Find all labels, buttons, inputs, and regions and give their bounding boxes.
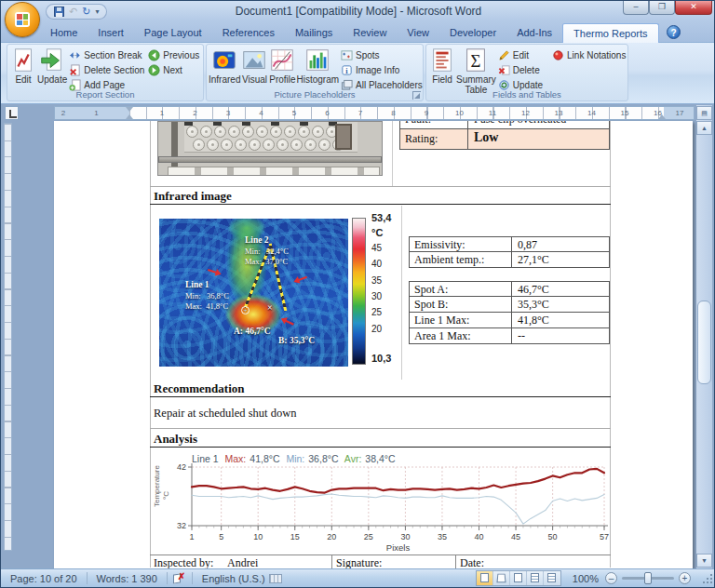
link-notations-button[interactable]: Link Notations [550, 47, 627, 62]
horizontal-ruler[interactable]: 211234567891011121314151617 [54, 106, 695, 120]
fuse-icon [228, 126, 240, 138]
previous-button[interactable]: Previous [146, 47, 201, 62]
tab-thermo-reports[interactable]: Thermo Reports [562, 23, 658, 43]
vertical-scrollbar[interactable]: ▤ ▲ ▼ [696, 105, 712, 568]
infrared-button[interactable]: Infrared [209, 46, 240, 86]
qat-dropdown-icon[interactable]: ▾ [95, 8, 99, 16]
office-button[interactable] [5, 2, 40, 37]
hanging-indent-marker[interactable] [126, 111, 133, 119]
zoom-in-button[interactable]: + [679, 572, 691, 584]
fault-row-value: Low [468, 129, 609, 149]
visual-photo[interactable] [157, 121, 383, 176]
measurement-value: -- [512, 328, 609, 343]
fuse-icon [235, 139, 247, 151]
full-screen-reading-view-icon[interactable] [493, 571, 510, 585]
line2-label: Line 2Min: 32,4°CMax: 37,0°C [245, 235, 289, 266]
delete-field-button[interactable]: Delete [496, 62, 545, 77]
image-info-button[interactable]: i Image Info [339, 62, 425, 77]
page-indicator[interactable]: Page: 10 of 20 [7, 573, 81, 584]
minimize-button[interactable]: – [623, 1, 649, 15]
measurement-row: Spot A:46,7°C [409, 281, 610, 297]
ruler-number: 2 [58, 109, 69, 117]
measurement-value: 27,1°C [512, 252, 609, 267]
next-button[interactable]: Next [146, 62, 201, 77]
fuse-icon [270, 126, 282, 138]
zoom-out-button[interactable]: – [605, 572, 617, 584]
close-button[interactable]: ✕ [675, 1, 712, 15]
zoom-slider-handle[interactable] [644, 572, 652, 584]
outline-view-icon[interactable] [527, 571, 544, 585]
measurement-label: Area 1 Max: [410, 328, 512, 343]
field-button[interactable]: Field [428, 46, 456, 86]
tab-mailings[interactable]: Mailings [285, 23, 343, 43]
ruler-number: 10 [454, 109, 465, 117]
section-break-button[interactable]: Section Break [67, 47, 146, 62]
zoom-slider[interactable] [622, 577, 674, 580]
svg-text:45: 45 [511, 532, 520, 541]
svg-text:32: 32 [177, 521, 186, 530]
redo-icon[interactable]: ↻ [82, 7, 90, 17]
fuse-icon [221, 139, 233, 151]
group-picture-placeholders: Infrared Visual Profile Histogram [206, 44, 424, 101]
status-bar: Page: 10 of 20 Words: 1 390 English (U.S… [1, 568, 715, 587]
line1-label: Line 1Min: 36,8°CMax: 41,8°C [185, 280, 229, 311]
scrollbar-thumb[interactable] [697, 301, 711, 384]
update-report-button[interactable]: Update [37, 46, 67, 86]
edit-report-button[interactable]: Edit [9, 46, 37, 86]
dialog-launcher-icon[interactable] [412, 91, 421, 100]
tab-review[interactable]: Review [343, 23, 397, 43]
resize-grip[interactable] [701, 572, 714, 585]
svg-text:Σ: Σ [471, 51, 481, 71]
infrared-heading: Infrared image [150, 187, 611, 205]
scroll-up-icon[interactable]: ▲ [696, 121, 712, 135]
recommendation-heading: Recommendation [150, 380, 611, 397]
profile-button[interactable]: Profile [268, 46, 296, 86]
tab-stop-selector[interactable] [5, 106, 19, 120]
delete-section-button[interactable]: Delete Section [67, 62, 146, 77]
infrared-image[interactable]: + × Line 2Min: 32,4°CMax: 37,0°C Line 1M… [159, 219, 348, 367]
summary-table-button[interactable]: Σ Summary Table [456, 46, 496, 95]
fuse-icon [318, 139, 331, 151]
tab-page-layout[interactable]: Page Layout [134, 23, 212, 43]
measurement-row: Area 1 Max:-- [409, 328, 610, 344]
group-report-section: Edit Update Section Break Delete Section [7, 44, 204, 101]
ruler-number: 8 [388, 109, 399, 117]
scroll-down-icon[interactable]: ▼ [696, 554, 712, 568]
measurement-label: Emissivity: [410, 237, 512, 251]
ruler-number: 13 [553, 109, 564, 117]
measurement-value: 46,7°C [512, 282, 609, 296]
word-window: Document1 [Compatibility Mode] - Microso… [0, 0, 715, 588]
profile-icon [268, 47, 296, 74]
histogram-button[interactable]: Histogram [296, 46, 339, 86]
fuse-icon [193, 139, 205, 151]
tab-developer[interactable]: Developer [439, 23, 506, 43]
tab-view[interactable]: View [397, 23, 439, 43]
visual-button[interactable]: Visual [240, 46, 268, 86]
undo-icon[interactable]: ↶ [69, 7, 77, 17]
zoom-level[interactable]: 100% [569, 573, 602, 584]
measurement-row: Ambient temp.:27,1°C [409, 252, 610, 268]
ruler-number: 5 [289, 109, 300, 117]
tab-references[interactable]: References [212, 23, 285, 43]
language-indicator[interactable]: English (U.S.) [198, 573, 269, 584]
svg-text:35: 35 [438, 532, 447, 541]
save-icon[interactable] [54, 7, 64, 17]
edit-field-button[interactable]: Edit [496, 47, 545, 62]
field-icon [428, 47, 456, 74]
ruler-toggle-icon[interactable]: ▤ [696, 106, 712, 120]
draft-view-icon[interactable] [544, 571, 560, 585]
proofing-status-icon[interactable] [173, 573, 186, 583]
tab-insert[interactable]: Insert [88, 23, 134, 43]
tab-add-ins[interactable]: Add-Ins [506, 23, 562, 43]
fuse-icon [256, 126, 268, 138]
keyboard-layout-icon[interactable] [269, 574, 282, 583]
cell-divider [401, 206, 402, 380]
help-icon[interactable]: ? [667, 25, 681, 39]
maximize-button[interactable]: ❐ [649, 1, 675, 15]
tab-home[interactable]: Home [40, 23, 88, 43]
word-count[interactable]: Words: 1 390 [93, 573, 161, 584]
print-layout-view-icon[interactable] [477, 571, 493, 585]
spots-button[interactable]: Spots [339, 47, 425, 62]
web-layout-view-icon[interactable] [510, 571, 527, 585]
spot-b-label: B: 35,3°C [278, 336, 315, 345]
